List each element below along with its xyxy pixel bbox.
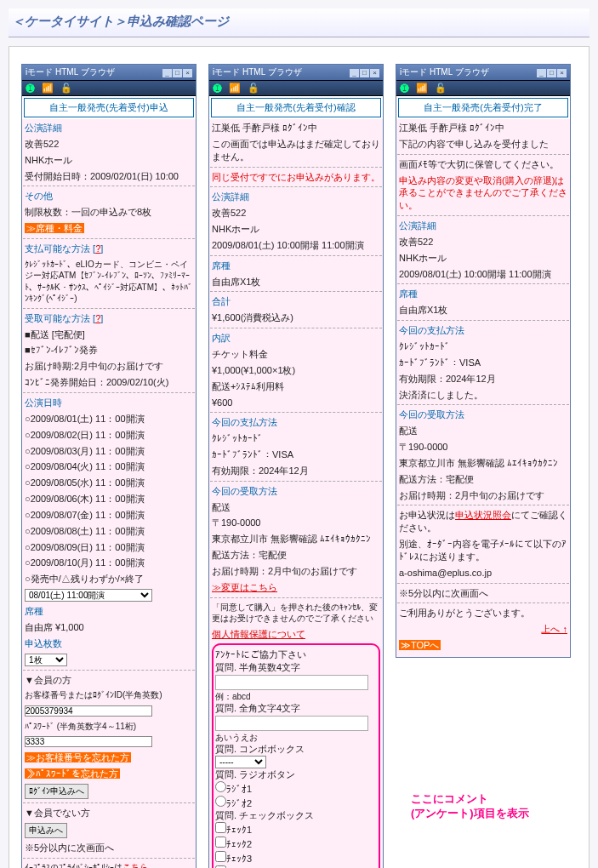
seat-price: 自由席 ¥1,000	[23, 620, 195, 636]
page-title: ＜ケータイサイト＞申込み確認ページ	[9, 9, 589, 37]
survey-check-2-label: ﾁｪｯｸ2	[226, 839, 252, 849]
sched-d3: ○2009/08/03(月) 11：00開演	[23, 443, 195, 460]
status-bar: 🅘 📶 🔓	[396, 80, 570, 96]
survey-radio-2-label: ﾗｼﾞｵ2	[226, 798, 252, 808]
sched-d10: ○2009/08/10(月) 11：00開演	[23, 555, 195, 571]
survey-box: ｱﾝｹｰﾄにご協力下さい 質問. 半角英数4文字 例：abcd 質問. 全角文字…	[212, 643, 380, 868]
privacy-link[interactable]: こちら	[122, 863, 148, 868]
privacy-policy-link[interactable]: 個人情報保護について	[212, 629, 305, 639]
annotation-line1: ここにコメント	[411, 792, 488, 805]
signal-icon: 📶	[229, 83, 241, 94]
duplicate-warning: 同じ受付ですでにお申込みがあります。	[210, 169, 382, 186]
section-pay: 今回の支払方法	[399, 325, 464, 335]
sched-d8: ○2009/08/08(土) 11：00開演	[23, 523, 195, 540]
privacy-text: ｲｰﾌﾟﾗｽのﾌﾟﾗｲﾊﾞｼｰﾎﾟﾘｼｰは	[25, 863, 122, 868]
msg-1: 下記の内容で申し込みを受付ました	[397, 136, 569, 152]
window-buttons[interactable]: _□×	[536, 67, 567, 77]
survey-radio-2[interactable]	[215, 796, 226, 807]
section-detail: 公演詳細	[212, 191, 249, 202]
total: ¥1,600(消費税込み)	[210, 310, 382, 326]
section-recv: 今回の受取方法	[212, 486, 277, 496]
member-id-input[interactable]	[25, 705, 152, 717]
member-heading: ▼会員の方	[23, 672, 195, 688]
annotation-callout: ここにコメント (アンケート)項目を表示	[411, 792, 529, 821]
section-seat: 席種	[399, 288, 418, 299]
recv-3: 東京都立川市 無影響確認 ﾑｴｲｷｮｳｶｸﾆﾝ	[397, 455, 569, 471]
recv-4: ｺﾝﾋﾞﾆ発券開始日：2009/02/10(火)	[23, 374, 195, 391]
section-break: 内訳	[212, 333, 231, 343]
survey-radio-1[interactable]	[215, 781, 226, 792]
date: 2009/08/01(土) 10:00開場 11:00開演	[210, 237, 382, 254]
survey-check-3[interactable]	[215, 851, 226, 862]
survey-q4: 質問. ラジオボタン	[215, 768, 377, 781]
pay-4: 決済済にしました。	[397, 387, 569, 403]
recv-2: 〒190-0000	[210, 515, 382, 531]
survey-q2-input[interactable]	[215, 716, 368, 731]
survey-ex2: あいうえお	[215, 732, 377, 744]
login-apply-button[interactable]: ﾛｸﾞｲﾝ申込みへ	[25, 784, 88, 799]
section-detail: 公演詳細	[25, 123, 62, 133]
break-2: ¥1,000(¥1,000×1枚)	[210, 363, 382, 379]
survey-check-3-label: ﾁｪｯｸ3	[226, 854, 252, 864]
screen-header: 自主一般発売(先着受付)完了	[398, 98, 568, 117]
change-link[interactable]: ≫変更はこちら	[212, 582, 277, 592]
event-title: 改善522	[23, 136, 195, 152]
break-1: チケット料金	[210, 346, 382, 363]
forgot-id-link[interactable]: ≫お客様番号を忘れた方	[25, 752, 131, 762]
survey-q1: 質問. 半角英数4文字	[215, 661, 377, 674]
date-select[interactable]: 08/01(土) 11:00開演	[25, 589, 152, 602]
pay-1: ｸﾚｼﾞｯﾄｶｰﾄﾞ	[397, 339, 569, 355]
forgot-pw-link[interactable]: ≫ﾊﾟｽﾜｰﾄﾞを忘れた方	[25, 768, 120, 779]
survey-q2: 質問. 全角文字4文字	[215, 702, 377, 715]
phone-complete: iモード HTML ブラウザ _□× 🅘 📶 🔓 自主一般発売(先着受付)完了 …	[396, 64, 571, 658]
password-input[interactable]	[25, 736, 152, 747]
break-4: ¥600	[210, 395, 382, 411]
qty-select[interactable]: 1枚	[25, 654, 67, 666]
sched-d2: ○2009/08/02(日) 11：00開演	[23, 427, 195, 443]
section-total: 合計	[212, 296, 231, 306]
apply-button[interactable]: 申込みへ	[25, 823, 67, 838]
signal-icon: 📶	[42, 83, 54, 94]
seat: 自由席X1枚	[210, 274, 382, 290]
recv-2: 〒190-0000	[397, 439, 569, 455]
seat-fee-link[interactable]: ≫席種・料金	[25, 223, 84, 233]
up-link[interactable]: 上へ ↑	[541, 624, 567, 634]
window-buttons[interactable]: _□×	[349, 67, 379, 77]
survey-check-2[interactable]	[215, 837, 226, 848]
status-text-1: お申込状況は	[399, 510, 455, 520]
recv-2: ■ｾﾌﾞﾝ-ｲﾚﾌﾞﾝ発券	[23, 342, 195, 358]
pay-3: 有効期限：2024年12月	[397, 371, 569, 387]
section-seat: 席種	[212, 260, 231, 271]
limit: 制限枚数：一回の申込みで8枚	[23, 204, 195, 220]
recv-3: 東京都立川市 無影響確認 ﾑｴｲｷｮｳｶｸﾆﾝ	[210, 531, 382, 547]
section-seat: 席種	[25, 606, 43, 616]
title-bar: iモード HTML ブラウザ _□×	[396, 65, 570, 80]
status-link[interactable]: 申込状況照会	[455, 510, 511, 520]
status-text-3: 別途、ｵｰﾀﾞｰ内容を電子ﾒｰﾙにて以下のｱﾄﾞﾚｽにお送ります。	[397, 536, 569, 565]
section-other: その他	[25, 191, 53, 201]
title-bar-text: iモード HTML ブラウザ	[400, 66, 489, 78]
pay-2: ｶｰﾄﾞﾌﾞﾗﾝﾄﾞ：VISA	[210, 447, 382, 463]
imode-icon: 🅘	[400, 83, 409, 94]
imode-icon: 🅘	[213, 83, 222, 94]
title-bar: iモード HTML ブラウザ _□×	[22, 65, 196, 80]
lock-icon: 🔓	[60, 83, 72, 94]
not-confirmed: この画面では申込みはまだ確定しておりません。	[210, 136, 382, 165]
survey-q1-input[interactable]	[215, 675, 368, 690]
note-5min: ※5分以内に次画面へ	[23, 840, 195, 856]
event-title: 改善522	[210, 205, 382, 221]
sched-d9: ○2009/08/09(日) 11：00開演	[23, 540, 195, 556]
title-bar-text: iモード HTML ブラウザ	[213, 66, 302, 78]
top-link[interactable]: ≫TOPへ	[399, 640, 441, 650]
accept-date: 受付開始日時：2009/02/01(日) 10:00	[23, 168, 195, 185]
venue: NHKホール	[23, 152, 195, 168]
signal-icon: 📶	[416, 83, 428, 94]
section-qty: 申込枚数	[25, 638, 62, 648]
thanks: ご利用ありがとうございます。	[397, 605, 569, 621]
survey-q5: 質問. チェックボックス	[215, 809, 377, 822]
window-buttons[interactable]: _□×	[162, 67, 192, 77]
section-pay: 今回の支払方法	[212, 417, 277, 427]
survey-check-1[interactable]	[215, 822, 226, 833]
survey-combo[interactable]: -----	[215, 756, 266, 768]
survey-q3: 質問. コンボボックス	[215, 743, 377, 756]
